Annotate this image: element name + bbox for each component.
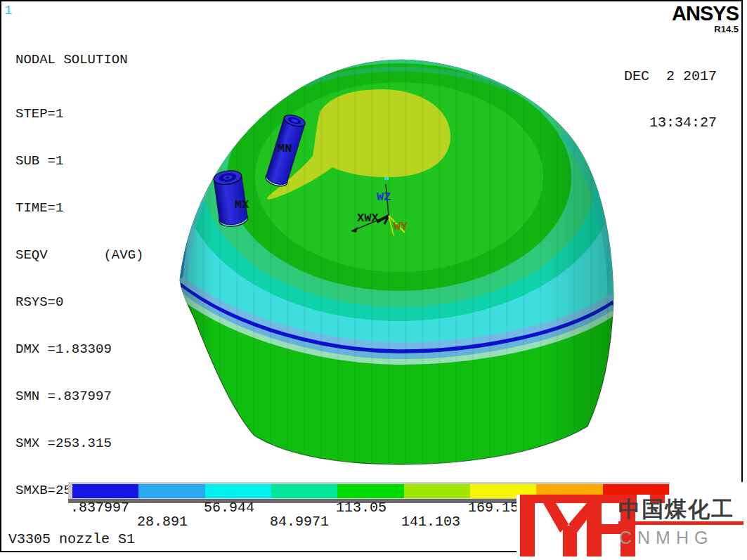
pressure-vessel-model: MN MX WZ XWX WY xyxy=(162,33,639,478)
solution-line: DMX =1.83309 xyxy=(15,341,143,357)
solution-info-block: NODAL SOLUTION STEP=1 SUB =1 TIME=1 SEQV… xyxy=(15,20,143,530)
min-marker-label: MN xyxy=(278,142,292,155)
ansys-graphics-window: MN MX WZ XWX WY 1 NODAL SOLUTION STEP=1 … xyxy=(0,0,747,560)
legend-value: .837997 xyxy=(70,500,129,516)
legend-value: 84.9971 xyxy=(270,514,329,530)
legend-value: 28.891 xyxy=(137,514,188,530)
legend-segment xyxy=(72,484,138,498)
legend-value: 169.15 xyxy=(468,500,519,516)
company-watermark: 中国煤化工 CNMHG xyxy=(517,495,747,560)
solution-line: SUB =1 xyxy=(15,153,143,169)
solution-line: TIME=1 xyxy=(15,200,143,216)
legend-segment xyxy=(205,484,271,498)
triad-x-label: XWX xyxy=(357,211,379,225)
solution-line: SMX =253.315 xyxy=(15,436,143,451)
solution-line: RSYS=0 xyxy=(15,294,143,310)
legend-segment xyxy=(271,484,337,498)
triad-z-tip xyxy=(384,177,389,180)
legend-value: 113.05 xyxy=(336,500,387,516)
watermark-underline xyxy=(618,521,743,525)
time-text: 13:34:27 xyxy=(624,115,717,131)
legend-segment xyxy=(138,484,204,498)
facet-lines xyxy=(169,49,625,478)
solution-line: SEQV (AVG) xyxy=(15,247,143,263)
watermark-background xyxy=(670,482,747,495)
solution-line: STEP=1 xyxy=(15,106,143,122)
max-marker-label: MX xyxy=(235,198,249,211)
date-text: DEC 2 2017 xyxy=(624,69,717,84)
watermark-chinese-name: 中国煤化工 xyxy=(618,495,745,524)
triad-z-label: WZ xyxy=(377,190,391,204)
legend-value: 141.103 xyxy=(401,514,460,530)
legend-segment xyxy=(337,484,403,498)
triad-y-label: WY xyxy=(394,220,408,233)
ansys-logo-text: ANSYS xyxy=(672,4,739,24)
legend-segment xyxy=(404,484,470,498)
solution-title: NODAL SOLUTION xyxy=(15,52,143,67)
plot-number: 1 xyxy=(4,3,12,18)
watermark-latin-name: CNMHG xyxy=(619,528,713,548)
ansys-logo: ANSYS R14.5 xyxy=(672,4,739,34)
datetime-stamp: DEC 2 2017 13:34:27 xyxy=(624,38,717,162)
legend-value: 56.944 xyxy=(204,500,254,516)
analysis-caption: V3305 nozzle S1 xyxy=(8,531,135,547)
solution-line: SMN =.837997 xyxy=(15,389,143,404)
ansys-release: R14.5 xyxy=(672,25,739,34)
